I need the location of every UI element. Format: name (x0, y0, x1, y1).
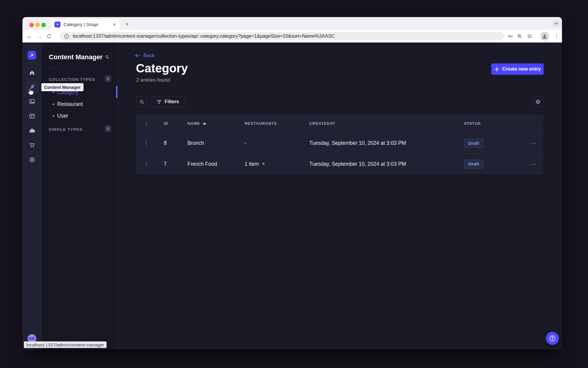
plus-icon (494, 67, 499, 72)
bullet-icon (53, 115, 54, 117)
media-library-icon[interactable] (25, 95, 39, 108)
marketplace-cart-icon[interactable] (25, 139, 39, 151)
browser-tab[interactable]: Category | Strapi × (51, 19, 120, 30)
cell-id: 8 (164, 140, 187, 146)
single-types-count-badge: 0 (105, 125, 111, 132)
browser-menu-icon[interactable]: ⋮ (553, 31, 560, 41)
expand-caret-icon (262, 163, 265, 165)
forward-button: → (34, 31, 44, 41)
cell-restaurants[interactable]: 1 item (245, 161, 309, 167)
link-status-bubble: localhost:1337/admin/content-manager (24, 341, 107, 348)
strapi-favicon (54, 22, 60, 28)
main-nav-rail: KD (22, 42, 41, 349)
table-row[interactable]: 7 French Food 1 item Tuesday, September … (136, 153, 543, 174)
status-badge: Draft (464, 160, 483, 168)
cell-id: 7 (164, 161, 187, 167)
new-tab-button[interactable]: + (123, 20, 131, 28)
active-item-indicator (116, 86, 117, 98)
cell-createdat: Tuesday, September 10, 2024 at 3:03 PM (309, 161, 464, 167)
tab-title: Category | Strapi (63, 22, 112, 27)
bookmark-star-icon[interactable] (525, 31, 534, 41)
rail-divider (27, 63, 37, 63)
browser-window: Category | Strapi × + ← → localhost:1337… (22, 17, 562, 349)
column-header-id[interactable]: ID (164, 121, 187, 126)
subnav-title: Content Manager (49, 53, 103, 61)
zoom-icon[interactable] (515, 31, 525, 41)
row-checkbox[interactable] (146, 161, 147, 167)
deploy-cloud-icon[interactable] (25, 124, 39, 137)
sort-ascending-icon (203, 122, 206, 124)
filters-button[interactable]: Filters (151, 96, 184, 107)
column-header-status[interactable]: STATUS (464, 121, 522, 126)
row-checkbox[interactable] (146, 140, 147, 146)
column-header-name[interactable]: NAME (187, 121, 245, 126)
sidebar-item-restaurant[interactable]: Restaurant (41, 98, 117, 110)
window-close-button[interactable] (29, 23, 34, 27)
url-text: localhost:1337/admin/content-manager/col… (73, 34, 335, 39)
column-header-createdat[interactable]: CREATEDAT (309, 121, 464, 126)
table-settings-button[interactable] (533, 96, 543, 107)
url-bar[interactable]: localhost:1337/admin/content-manager/col… (60, 32, 504, 40)
collection-types-count-badge: 3 (105, 75, 111, 82)
browser-profile-avatar[interactable] (540, 32, 549, 41)
table-row[interactable]: 8 Brunch - Tuesday, September 10, 2024 a… (136, 133, 543, 153)
row-actions-menu[interactable]: ⋯ (522, 140, 543, 147)
entries-count: 2 entries found (136, 77, 170, 83)
select-all-checkbox[interactable] (146, 121, 147, 126)
column-header-restaurants[interactable]: RESTAURANTS (245, 121, 309, 126)
browser-toolbar: ← → localhost:1337/admin/content-manager… (22, 30, 562, 42)
strapi-logo[interactable] (28, 51, 36, 60)
sidebar-item-user[interactable]: User (41, 110, 117, 122)
table-header-row: ID NAME RESTAURANTS CREATEDAT STATUS (136, 114, 543, 133)
window-minimize-button[interactable] (35, 23, 40, 27)
back-button[interactable]: ← (25, 31, 34, 41)
collection-types-label: COLLECTION TYPES (49, 77, 95, 82)
settings-gear-icon[interactable] (25, 153, 39, 166)
tab-close-icon[interactable]: × (112, 22, 116, 27)
table-search-button[interactable] (136, 96, 147, 107)
single-types-label: SINGLE TYPES (49, 127, 83, 132)
content-manager-icon[interactable] (25, 80, 39, 93)
entries-table: ID NAME RESTAURANTS CREATEDAT STATUS 8 B… (136, 114, 543, 174)
row-actions-menu[interactable]: ⋯ (522, 161, 543, 168)
cell-createdat: Tuesday, September 10, 2024 at 3:03 PM (309, 140, 464, 146)
question-icon (549, 335, 556, 342)
window-zoom-button[interactable] (41, 23, 46, 27)
browser-tab-strip: Category | Strapi × + (22, 17, 562, 30)
subnav-search-button[interactable] (102, 52, 112, 62)
password-key-icon[interactable] (506, 31, 515, 41)
page-title: Category (136, 62, 188, 75)
tab-search-chevron-icon[interactable] (552, 20, 560, 27)
back-link[interactable]: Back (135, 53, 154, 58)
filter-icon (157, 100, 162, 104)
home-icon[interactable] (25, 66, 39, 79)
cell-restaurants: - (245, 140, 309, 146)
reload-button[interactable] (44, 31, 54, 41)
subnav-divider (49, 68, 56, 69)
cell-name: Brunch (187, 140, 245, 146)
cell-name: French Food (187, 161, 245, 167)
content-type-builder-icon[interactable] (25, 110, 39, 122)
help-button[interactable] (546, 332, 559, 345)
content-manager-tooltip: Content Manager (41, 83, 84, 91)
bullet-icon (53, 104, 54, 105)
main-content: Back Category 2 entries found Create new… (118, 42, 562, 349)
bullet-icon (53, 92, 54, 93)
status-badge: Draft (464, 139, 483, 147)
page-info-icon[interactable] (64, 34, 69, 39)
strapi-app: KD Content Manager COLLECTION TYPES 3 Ca… (22, 42, 562, 349)
create-new-entry-button[interactable]: Create new entry (491, 63, 544, 75)
